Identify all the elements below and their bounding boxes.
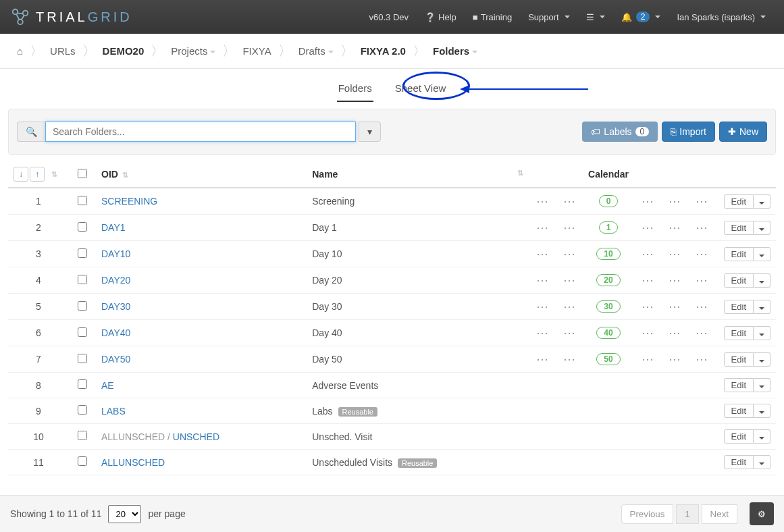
calendar-value[interactable]: 40 xyxy=(596,327,620,339)
ellipsis-icon[interactable]: ⋯ xyxy=(696,326,708,340)
list-menu[interactable]: ☰ xyxy=(578,12,613,22)
ellipsis-icon[interactable]: ⋯ xyxy=(536,352,548,366)
ellipsis-icon[interactable]: ⋯ xyxy=(696,247,708,261)
edit-dropdown[interactable] xyxy=(754,194,770,209)
oid-link[interactable]: ALLUNSCHED xyxy=(101,457,165,468)
ellipsis-icon[interactable]: ⋯ xyxy=(642,221,654,234)
ellipsis-icon[interactable]: ⋯ xyxy=(669,352,681,366)
edit-dropdown[interactable] xyxy=(754,352,770,367)
row-checkbox[interactable] xyxy=(78,222,87,232)
oid-link[interactable]: SCREENING xyxy=(101,196,157,207)
row-checkbox[interactable] xyxy=(78,327,87,337)
home-icon[interactable]: ⌂ xyxy=(10,43,30,59)
ellipsis-icon[interactable]: ⋯ xyxy=(642,247,654,261)
ellipsis-icon[interactable]: ⋯ xyxy=(536,194,548,208)
ellipsis-icon[interactable]: ⋯ xyxy=(563,194,575,208)
row-checkbox[interactable] xyxy=(78,431,87,440)
oid-link[interactable]: DAY20 xyxy=(101,275,130,286)
row-checkbox[interactable] xyxy=(78,196,87,205)
tab-sheet-view[interactable]: Sheet View xyxy=(394,77,448,102)
edit-button[interactable]: Edit xyxy=(724,429,754,444)
select-all-checkbox[interactable] xyxy=(78,169,87,178)
ellipsis-icon[interactable]: ⋯ xyxy=(536,221,548,234)
calendar-value[interactable]: 1 xyxy=(599,221,619,234)
labels-button[interactable]: 🏷Labels0 xyxy=(582,122,658,142)
oid-link[interactable]: DAY1 xyxy=(101,222,126,233)
ellipsis-icon[interactable]: ⋯ xyxy=(536,300,548,313)
ellipsis-icon[interactable]: ⋯ xyxy=(536,273,548,287)
calendar-value[interactable]: 0 xyxy=(599,195,619,207)
ellipsis-icon[interactable]: ⋯ xyxy=(696,273,708,287)
oid-link[interactable]: DAY30 xyxy=(101,301,130,312)
bc-urls[interactable]: URLs xyxy=(43,43,82,59)
edit-button[interactable]: Edit xyxy=(724,326,754,340)
ellipsis-icon[interactable]: ⋯ xyxy=(563,352,575,366)
oid-link[interactable]: LABS xyxy=(101,406,126,417)
row-checkbox[interactable] xyxy=(78,405,87,415)
bc-fixya2[interactable]: FIXYA 2.0 xyxy=(354,43,413,59)
bc-projects[interactable]: Projects xyxy=(164,43,222,59)
row-checkbox[interactable] xyxy=(78,354,87,363)
row-checkbox[interactable] xyxy=(78,379,87,389)
user-menu[interactable]: Ian Sparks (isparks) xyxy=(669,12,774,22)
new-button[interactable]: ✚New xyxy=(719,122,767,142)
ellipsis-icon[interactable]: ⋯ xyxy=(563,247,575,261)
row-checkbox[interactable] xyxy=(78,275,87,284)
edit-button[interactable]: Edit xyxy=(724,194,754,209)
edit-button[interactable]: Edit xyxy=(724,300,754,314)
ellipsis-icon[interactable]: ⋯ xyxy=(642,352,654,366)
edit-dropdown[interactable] xyxy=(754,300,770,314)
ellipsis-icon[interactable]: ⋯ xyxy=(642,273,654,287)
filter-button[interactable]: ▾ xyxy=(359,122,381,142)
support-menu[interactable]: Support xyxy=(520,12,578,22)
edit-dropdown[interactable] xyxy=(754,404,770,418)
edit-button[interactable]: Edit xyxy=(724,273,754,288)
help-link[interactable]: ❔Help xyxy=(417,12,465,22)
training-link[interactable]: ■Training xyxy=(465,12,520,22)
ellipsis-icon[interactable]: ⋯ xyxy=(642,326,654,340)
edit-dropdown[interactable] xyxy=(754,247,770,261)
ellipsis-icon[interactable]: ⋯ xyxy=(669,247,681,261)
ellipsis-icon[interactable]: ⋯ xyxy=(669,326,681,340)
edit-button[interactable]: Edit xyxy=(724,378,754,392)
edit-dropdown[interactable] xyxy=(754,455,770,469)
calendar-value[interactable]: 30 xyxy=(596,300,620,313)
ellipsis-icon[interactable]: ⋯ xyxy=(669,194,681,208)
ellipsis-icon[interactable]: ⋯ xyxy=(696,221,708,234)
calendar-value[interactable]: 50 xyxy=(596,353,620,365)
edit-button[interactable]: Edit xyxy=(724,404,754,418)
edit-button[interactable]: Edit xyxy=(724,455,754,469)
edit-button[interactable]: Edit xyxy=(724,247,754,261)
ellipsis-icon[interactable]: ⋯ xyxy=(696,194,708,208)
ellipsis-icon[interactable]: ⋯ xyxy=(536,247,548,261)
move-down-button[interactable]: ↓ xyxy=(14,167,28,182)
edit-dropdown[interactable] xyxy=(754,378,770,392)
calendar-value[interactable]: 10 xyxy=(596,248,620,260)
notifications-menu[interactable]: 🔔2 xyxy=(613,11,669,22)
ellipsis-icon[interactable]: ⋯ xyxy=(642,300,654,313)
ellipsis-icon[interactable]: ⋯ xyxy=(563,300,575,313)
edit-dropdown[interactable] xyxy=(754,326,770,340)
ellipsis-icon[interactable]: ⋯ xyxy=(563,221,575,234)
oid-link[interactable]: DAY10 xyxy=(101,248,130,259)
calendar-value[interactable]: 20 xyxy=(596,274,620,286)
bc-fixya[interactable]: FIXYA xyxy=(236,43,278,59)
oid-link[interactable]: DAY50 xyxy=(101,354,130,365)
bc-demo[interactable]: DEMO20 xyxy=(96,43,151,59)
oid-link[interactable]: AE xyxy=(101,380,114,391)
ellipsis-icon[interactable]: ⋯ xyxy=(696,352,708,366)
ellipsis-icon[interactable]: ⋯ xyxy=(669,300,681,313)
bc-drafts[interactable]: Drafts xyxy=(292,43,340,59)
bc-folders[interactable]: Folders xyxy=(426,43,484,59)
row-checkbox[interactable] xyxy=(78,248,87,258)
ellipsis-icon[interactable]: ⋯ xyxy=(669,273,681,287)
import-button[interactable]: ⎘Import xyxy=(662,122,715,142)
edit-button[interactable]: Edit xyxy=(724,352,754,367)
oid-link[interactable]: DAY40 xyxy=(101,327,130,338)
tab-folders[interactable]: Folders xyxy=(337,77,373,102)
ellipsis-icon[interactable]: ⋯ xyxy=(563,326,575,340)
brand-logo[interactable]: TRIALGRID xyxy=(10,7,132,27)
edit-dropdown[interactable] xyxy=(754,273,770,288)
oid-link[interactable]: UNSCHED xyxy=(173,431,219,442)
ellipsis-icon[interactable]: ⋯ xyxy=(642,194,654,208)
